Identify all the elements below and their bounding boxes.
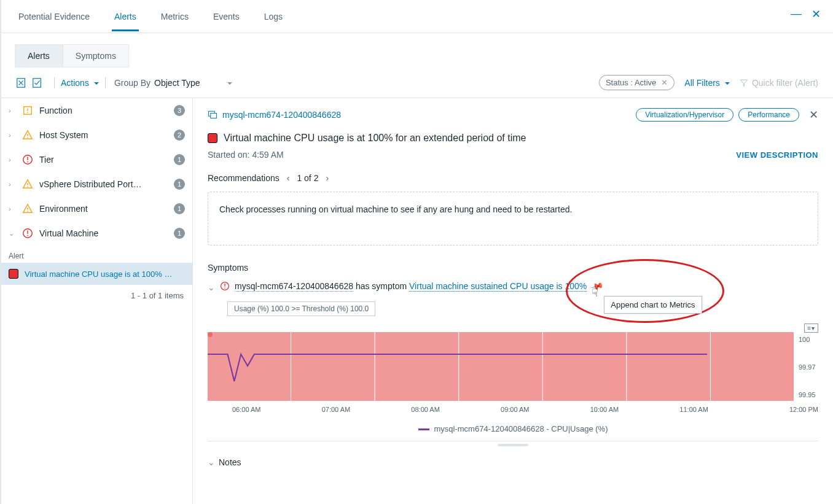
recommendations-label: Recommendations — [208, 173, 280, 183]
chevron-right-icon: › — [9, 156, 20, 163]
subtab-symptoms[interactable]: Symptoms — [63, 44, 129, 68]
critical-icon — [9, 269, 18, 279]
chart-menu-icon[interactable]: ≡▾ — [804, 324, 818, 333]
tree-item-function[interactable]: › Function 3 — [1, 98, 192, 123]
tree-item-environment[interactable]: › Environment 1 — [1, 196, 192, 221]
filter-chip-status[interactable]: Status : Active✕ — [599, 75, 675, 90]
divider — [208, 441, 818, 441]
recommendation-card: Check processes running on virtual machi… — [208, 192, 818, 246]
subtab-alerts[interactable]: Alerts — [15, 44, 63, 68]
count-badge: 2 — [174, 130, 185, 141]
reco-next-icon[interactable]: › — [326, 173, 329, 183]
tree-label: Tier — [39, 155, 174, 165]
tab-logs[interactable]: Logs — [262, 2, 285, 31]
chevron-right-icon: › — [9, 205, 20, 212]
primary-tabs: Potential Evidence Alerts Metrics Events… — [1, 0, 833, 33]
secondary-tabs: Alerts Symptoms — [1, 33, 833, 68]
svg-point-9 — [27, 161, 28, 163]
close-icon[interactable]: ✕ — [811, 7, 821, 21]
vm-icon — [208, 109, 217, 121]
actions-menu[interactable]: Actions — [61, 78, 99, 88]
tree-label: Host System — [39, 130, 174, 140]
reco-page-indicator: 1 of 2 — [297, 173, 318, 183]
tag-performance[interactable]: Performance — [738, 108, 799, 122]
export-icon[interactable] — [16, 77, 27, 88]
reco-prev-icon[interactable]: ‹ — [287, 173, 290, 183]
warning-icon — [22, 105, 33, 116]
chevron-down-icon: ⌄ — [208, 457, 215, 467]
svg-rect-1 — [33, 78, 41, 87]
chevron-right-icon: › — [9, 107, 20, 114]
alert-item-label: Virtual machine CPU usage is at 100% … — [25, 269, 172, 279]
tree-item-vsphere-port[interactable]: › vSphere Distributed Port… 1 — [1, 172, 192, 196]
symptoms-heading: Symptoms — [208, 263, 818, 273]
svg-point-16 — [27, 235, 28, 236]
select-all-icon[interactable] — [32, 77, 43, 88]
minimize-icon[interactable]: — — [791, 7, 802, 21]
symptom-link[interactable]: Virtual machine sustained CPU usage is 1… — [409, 281, 587, 292]
warning-icon — [22, 179, 33, 190]
notes-label: Notes — [219, 457, 241, 467]
tab-alerts[interactable]: Alerts — [112, 2, 139, 31]
count-badge: 1 — [174, 203, 185, 214]
separator — [105, 77, 106, 88]
warning-icon — [22, 203, 33, 214]
pagination-info: 1 - 1 of 1 items — [1, 285, 192, 306]
error-icon — [22, 154, 33, 165]
tooltip: Append chart to Metrics — [604, 296, 702, 314]
count-badge: 1 — [174, 179, 185, 190]
tree-item-virtual-machine[interactable]: ⌄ Virtual Machine 1 — [1, 221, 192, 246]
chevron-right-icon: › — [9, 131, 20, 139]
svg-point-4 — [27, 112, 28, 114]
remove-filter-icon[interactable]: ✕ — [661, 78, 668, 87]
chart-container: ≡▾ — [208, 332, 818, 433]
tab-potential-evidence[interactable]: Potential Evidence — [16, 2, 92, 31]
tree-label: Environment — [39, 204, 174, 214]
tag-virtualization[interactable]: Virtualization/Hypervisor — [636, 108, 733, 122]
svg-point-11 — [27, 186, 28, 187]
chart-y-axis: 100 99.97 99.95 — [794, 332, 818, 401]
tree-label: Virtual Machine — [39, 228, 174, 238]
chart-plot[interactable] — [208, 332, 794, 401]
chevron-down-icon: ⌄ — [9, 230, 20, 238]
svg-point-13 — [27, 211, 28, 212]
chart-x-axis: 06:00 AM 07:00 AM 08:00 AM 09:00 AM 10:0… — [208, 406, 818, 413]
critical-icon — [208, 133, 217, 143]
chevron-right-icon: › — [9, 180, 20, 188]
notes-section[interactable]: ⌄ Notes — [193, 446, 833, 478]
symptom-text: mysql-mcm674-120400846628 has symptom Vi… — [235, 281, 587, 291]
svg-rect-18 — [211, 113, 217, 118]
sidebar: › Function 3 › Host System 2 › Tier 1 › … — [1, 98, 193, 504]
legend-swatch — [418, 428, 429, 430]
chevron-down-icon[interactable]: ⌄ — [208, 281, 215, 292]
view-description-link[interactable]: VIEW DESCRIPTION — [736, 150, 818, 160]
tree-item-host-system[interactable]: › Host System 2 — [1, 123, 192, 147]
pin-icon[interactable]: 📌 — [590, 279, 604, 293]
tree-label: vSphere Distributed Port… — [39, 179, 174, 189]
count-badge: 1 — [174, 154, 185, 165]
count-badge: 1 — [174, 228, 185, 239]
chart-legend: mysql-mcm674-120400846628 - CPU|Usage (%… — [208, 424, 818, 433]
count-badge: 3 — [174, 105, 185, 116]
object-name-link[interactable]: mysql-mcm674-120400846628 — [222, 110, 341, 120]
alert-list-item[interactable]: Virtual machine CPU usage is at 100% … — [1, 263, 192, 285]
warning-icon — [22, 130, 33, 141]
close-detail-icon[interactable]: ✕ — [809, 108, 818, 122]
alert-title: Virtual machine CPU usage is at 100% for… — [224, 133, 526, 144]
tab-metrics[interactable]: Metrics — [158, 2, 191, 31]
svg-point-21 — [224, 287, 225, 289]
tab-events[interactable]: Events — [211, 2, 242, 31]
toolbar: Actions Group By Object Type Status : Ac… — [1, 68, 833, 98]
threshold-chip: Usage (%) 100.0 >= Threshold (%) 100.0 — [227, 301, 375, 316]
detail-panel: mysql-mcm674-120400846628 Virtualization… — [193, 98, 833, 504]
tree-label: Function — [39, 106, 174, 115]
quick-filter[interactable]: Quick filter (Alert) — [740, 78, 818, 88]
alert-section-header: Alert — [1, 246, 192, 263]
separator — [54, 77, 55, 88]
all-filters-link[interactable]: All Filters — [684, 78, 730, 88]
groupby-select[interactable]: Object Type — [154, 78, 232, 88]
svg-point-6 — [27, 137, 28, 138]
error-icon — [220, 281, 230, 293]
error-icon — [22, 228, 33, 239]
tree-item-tier[interactable]: › Tier 1 — [1, 147, 192, 172]
